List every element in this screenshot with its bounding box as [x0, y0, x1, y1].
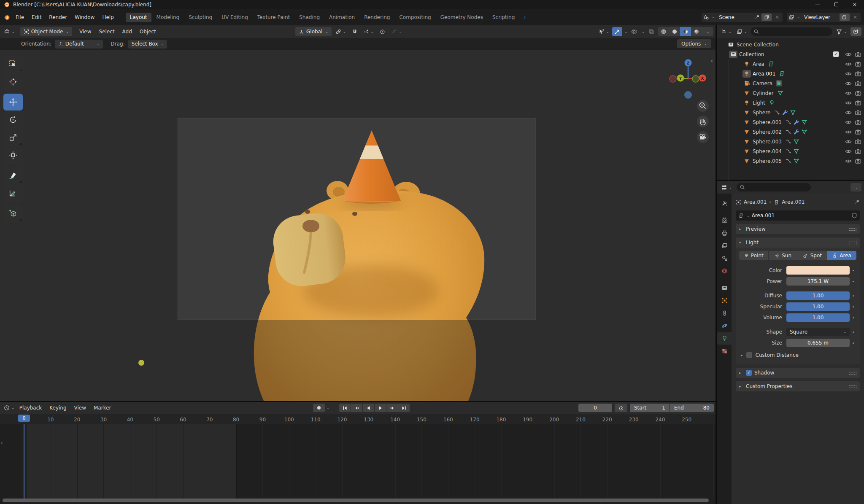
- hide-in-viewport-toggle[interactable]: [845, 80, 852, 87]
- panel-drag-dots[interactable]: [849, 227, 856, 231]
- snap-toggle[interactable]: [350, 27, 360, 36]
- overlays-dropdown[interactable]: ⌄: [642, 30, 645, 34]
- proportional-editing-toggle[interactable]: [377, 27, 387, 36]
- properties-editor-type-button[interactable]: ⌄: [720, 183, 733, 192]
- jump-to-start-button[interactable]: [339, 404, 351, 412]
- viewlayer-name[interactable]: ViewLayer: [802, 14, 838, 20]
- tab-scene[interactable]: [717, 252, 732, 264]
- end-frame-field[interactable]: End80: [670, 404, 714, 412]
- panel-shadow[interactable]: ▸ ✓ Shadow: [736, 368, 860, 378]
- diffuse-slider[interactable]: 1.00: [786, 291, 850, 300]
- gizmo-dropdown[interactable]: ⌄: [625, 30, 628, 34]
- light-color-swatch[interactable]: [786, 266, 850, 275]
- workspace-tab[interactable]: Modeling: [152, 13, 184, 22]
- viewport-menu-item[interactable]: View: [76, 29, 95, 35]
- animate-dot[interactable]: [850, 342, 856, 344]
- gizmo-toggle[interactable]: [612, 27, 622, 36]
- tool-annotate[interactable]: [3, 167, 23, 184]
- disable-in-renders-toggle[interactable]: [855, 51, 861, 58]
- animate-dot[interactable]: [850, 281, 856, 282]
- custom-distance-checkbox[interactable]: [746, 352, 752, 358]
- outliner-row[interactable]: Area.001 ✓: [717, 69, 864, 78]
- auto-keying-dropdown[interactable]: ⌄: [327, 406, 329, 410]
- editor-type-button[interactable]: ⌄: [3, 27, 16, 36]
- tab-tool[interactable]: [717, 197, 732, 210]
- orientation-setting-dropdown[interactable]: Default ⌄: [55, 40, 103, 49]
- disable-in-renders-toggle[interactable]: [855, 100, 861, 106]
- current-frame-field[interactable]: 0: [578, 404, 612, 412]
- object-name[interactable]: Collection: [739, 51, 764, 57]
- tab-texture[interactable]: [717, 345, 732, 357]
- minimize-button[interactable]: —: [808, 0, 827, 9]
- hide-in-viewport-toggle[interactable]: [845, 109, 852, 116]
- timeline-editor-type-button[interactable]: ⌄: [3, 403, 16, 412]
- outliner-row[interactable]: Sphere ✓: [717, 108, 864, 117]
- panel-drag-dots[interactable]: [849, 385, 856, 388]
- add-workspace-button[interactable]: +: [519, 14, 530, 20]
- menu-item[interactable]: Edit: [28, 14, 45, 20]
- outliner-row[interactable]: Camera ✓: [717, 78, 864, 88]
- hide-in-viewport-toggle[interactable]: [845, 119, 852, 126]
- object-name[interactable]: Area.001: [753, 71, 775, 77]
- shading-solid-button[interactable]: [669, 27, 680, 36]
- outliner-row[interactable]: Sphere.004 ✓: [717, 146, 864, 156]
- animate-dot[interactable]: [850, 270, 856, 271]
- new-collection-button[interactable]: [850, 27, 861, 36]
- outliner-row[interactable]: Cylinder ✓: [717, 88, 864, 98]
- shading-wireframe-button[interactable]: [658, 27, 669, 36]
- options-dropdown[interactable]: Options⌄: [677, 39, 711, 48]
- object-name[interactable]: Sphere.004: [753, 148, 782, 154]
- blender-menu-icon[interactable]: [3, 14, 10, 21]
- panel-drag-dots[interactable]: [849, 371, 856, 375]
- custom-distance-subpanel[interactable]: ▸ Custom Distance: [739, 350, 856, 360]
- new-scene-button[interactable]: [761, 13, 772, 21]
- timeline-ruler[interactable]: 1020304050607080901001101201301401501601…: [0, 414, 716, 424]
- workspace-tab[interactable]: Texture Paint: [253, 13, 294, 22]
- timeline-menu-item[interactable]: Marker: [90, 405, 115, 411]
- pivot-point-dropdown[interactable]: ⌄: [334, 27, 347, 36]
- hide-in-viewport-toggle[interactable]: [845, 70, 852, 77]
- animate-dot[interactable]: [850, 317, 856, 318]
- shape-dropdown[interactable]: Square⌄: [786, 328, 850, 336]
- prev-keyframe-button[interactable]: [351, 404, 362, 412]
- timeline-menu-item[interactable]: View: [70, 405, 90, 411]
- workspace-tab[interactable]: Compositing: [395, 13, 435, 22]
- volume-slider[interactable]: 1.00: [786, 313, 850, 322]
- workspace-tab[interactable]: Scripting: [488, 13, 519, 22]
- object-name[interactable]: Light: [753, 100, 765, 106]
- outliner-display-mode-button[interactable]: ⌄: [720, 27, 733, 36]
- timeline-menu-item[interactable]: Playback: [16, 405, 46, 411]
- tool-select-box[interactable]: [3, 56, 23, 73]
- tab-output[interactable]: [717, 226, 732, 239]
- proportional-falloff-dropdown[interactable]: ⌄: [390, 27, 403, 36]
- light-type-sun[interactable]: Sun: [769, 251, 798, 260]
- light-type-point[interactable]: Point: [739, 251, 768, 260]
- tab-render[interactable]: [717, 214, 732, 226]
- workspace-tab[interactable]: Sculpting: [184, 13, 216, 22]
- data-name-field[interactable]: ⌄ Area.001: [736, 210, 860, 221]
- outliner-row[interactable]: Sphere.001 ✓: [717, 117, 864, 127]
- outliner-row[interactable]: Sphere.005 ✓: [717, 156, 864, 166]
- outliner-filter-dropdown[interactable]: ⌄: [835, 27, 848, 36]
- viewport-menu-item[interactable]: Object: [136, 29, 160, 35]
- xray-toggle[interactable]: [646, 27, 656, 36]
- pin-id-icon[interactable]: [854, 199, 860, 205]
- tab-physics[interactable]: [717, 319, 732, 332]
- tool-cursor[interactable]: [3, 73, 23, 90]
- properties-search-input[interactable]: [737, 183, 811, 191]
- panel-custom-properties[interactable]: ▸ Custom Properties: [736, 381, 860, 391]
- play-reverse-button[interactable]: [363, 404, 374, 412]
- auto-keying-record-button[interactable]: [313, 404, 325, 412]
- transform-orientation-dropdown[interactable]: Global⌄: [295, 27, 332, 36]
- animate-dot[interactable]: [850, 295, 856, 296]
- tool-transform[interactable]: [3, 147, 23, 164]
- disable-in-renders-toggle[interactable]: [855, 158, 861, 164]
- object-name[interactable]: Sphere: [753, 110, 770, 116]
- outliner-row[interactable]: Light ✓: [717, 98, 864, 108]
- disable-in-renders-toggle[interactable]: [855, 138, 861, 145]
- close-button[interactable]: ✕: [845, 0, 864, 9]
- disable-in-renders-toggle[interactable]: [855, 80, 861, 87]
- outliner-row[interactable]: Sphere.003 ✓: [717, 137, 864, 146]
- menu-item[interactable]: Help: [98, 14, 117, 20]
- scene-name[interactable]: Scene: [716, 14, 753, 20]
